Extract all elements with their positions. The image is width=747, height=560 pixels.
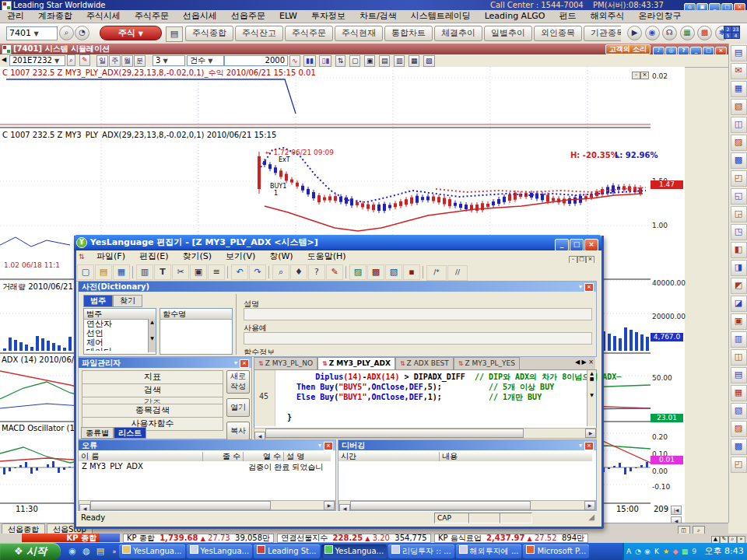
window-tab[interactable]: 선옵종합	[2, 523, 45, 534]
stop-icon[interactable]: ▪	[403, 264, 420, 280]
file-manager-tab[interactable]: 리스트	[114, 427, 146, 439]
start-button[interactable]: ❖ 시작	[0, 543, 61, 560]
tray-app2-icon[interactable]: K	[652, 543, 661, 560]
menu-item[interactable]: 주식주문	[128, 10, 176, 23]
column-header[interactable]: 설 명	[284, 452, 331, 461]
tray-app4-icon[interactable]: ◆	[671, 543, 680, 560]
toolbar-button[interactable]: 주식현재	[335, 26, 383, 41]
doc-paste-icon[interactable]: ▥	[394, 55, 405, 67]
function-list-header[interactable]: 함수명	[160, 309, 232, 320]
dock-tool-icon[interactable]: ◫	[731, 117, 747, 133]
task-button[interactable]: 해외투자에 ...	[456, 544, 522, 558]
editor-menu-item[interactable]: 도움말(H)	[300, 250, 353, 263]
new-script-button[interactable]: 새로작성	[226, 370, 250, 394]
menu-item[interactable]: 온라인창구	[631, 10, 688, 23]
menu-item[interactable]: 관리	[0, 10, 31, 23]
count-input[interactable]: 2000	[224, 55, 288, 66]
ticker-item[interactable]: 연결선물지수 228.25 ▲ 3.20 354,775	[277, 534, 430, 543]
task-button[interactable]: 리딩투자 :: ...	[388, 544, 454, 558]
dock-tool-icon[interactable]: ▧	[731, 99, 747, 115]
editor-tab[interactable]: Z MY3_PL_NO	[254, 357, 317, 369]
history-icon[interactable]: ◔	[75, 26, 89, 40]
toolbar-button[interactable]: 체결추이	[434, 26, 482, 41]
print-icon[interactable]: ▥	[136, 264, 153, 280]
function-list[interactable]: 함수명	[160, 308, 233, 355]
task-button[interactable]: YesLangua...	[187, 544, 253, 558]
compile-icon[interactable]: ▩	[367, 264, 384, 280]
cut-icon[interactable]: ✂	[172, 264, 189, 280]
open-script-button[interactable]: 열기	[226, 398, 250, 417]
copy-script-button[interactable]: 복사	[226, 422, 250, 440]
dock-tool-icon[interactable]: ◪	[731, 296, 747, 312]
copy-icon[interactable]: ▣	[190, 264, 207, 280]
dock-tool-icon[interactable]: ▩	[731, 152, 747, 169]
doc-copy-icon[interactable]: ▤	[379, 55, 391, 67]
redo-icon[interactable]: ↷	[249, 264, 266, 280]
globe-icon[interactable]: ◉	[645, 26, 660, 40]
period-button[interactable]: 월	[121, 55, 133, 67]
count-select[interactable]: 건수 ▼	[187, 55, 224, 66]
panel-pin-icon[interactable]: ▾	[318, 440, 321, 450]
period-button[interactable]: 주	[109, 55, 121, 67]
menu-item[interactable]: Leading ALGO	[478, 10, 552, 23]
editor-tab[interactable]: Z MY3_PL_YES	[454, 357, 520, 369]
help-icon[interactable]: ?	[308, 264, 325, 280]
panel-close-icon[interactable]: ×	[584, 282, 594, 292]
menu-item[interactable]: 주식시세	[79, 10, 128, 23]
toolbar-button[interactable]: 통합차트	[384, 26, 433, 41]
dock-tool-icon[interactable]: ◱	[731, 188, 747, 205]
column-header[interactable]: 열 수	[244, 452, 284, 461]
symbol-input[interactable]: 201E7232 ▼	[9, 55, 65, 66]
editor-tab[interactable]: Z ADX BEST	[395, 357, 454, 369]
column-header[interactable]: 시간	[338, 452, 440, 461]
play-icon[interactable]: ▶	[627, 26, 642, 40]
file-category[interactable]: 강조	[82, 397, 223, 404]
browser-icon[interactable]: ◍	[80, 545, 93, 558]
errors-hscrollbar[interactable]: ◀▶	[79, 500, 335, 510]
dock-tool-icon[interactable]: ▩	[731, 439, 747, 455]
file-manager-tab[interactable]: 종류별	[81, 427, 114, 439]
tab-close-icon[interactable]: ×	[588, 359, 594, 366]
block-comment-icon[interactable]: /*	[426, 265, 447, 281]
ie-icon[interactable]: ◉	[66, 545, 79, 558]
dock-tool-icon[interactable]: ◩	[731, 278, 747, 294]
search-icon[interactable]: ⌕	[59, 26, 74, 40]
menu-item[interactable]: 펀드	[552, 10, 583, 23]
symbol-recent-icon[interactable]: ✎	[79, 54, 90, 66]
screen-code-input[interactable]: 7401 ▼	[6, 26, 58, 40]
font-icon[interactable]: T	[154, 264, 171, 280]
run-icon[interactable]: ▧	[385, 264, 402, 280]
file-category[interactable]: 지표	[82, 370, 223, 384]
editor-menu-item[interactable]: 파일(F)	[89, 250, 132, 263]
find-icon[interactable]: ⌕	[272, 264, 289, 280]
dock-tool-icon[interactable]: ▨	[731, 421, 747, 437]
pane-minimize-icon[interactable]: –	[632, 72, 640, 79]
yeslanguage-editor-window[interactable]: Y YesLanguage 편집기 - [Z MY3_PLY_ADX <시스템>…	[74, 236, 604, 529]
menu-item[interactable]: ELW	[272, 10, 304, 23]
toolbar-button[interactable]: 외인종목	[534, 26, 582, 41]
doc-r-icon[interactable]: ▣	[364, 55, 376, 67]
new-window-icon[interactable]: ▤	[166, 26, 183, 42]
undo-icon[interactable]: ↶	[231, 264, 248, 280]
menu-item[interactable]: 해외주식	[583, 10, 631, 23]
chart-icon[interactable]: ▩	[697, 26, 712, 40]
menu-item[interactable]: 선옵주문	[224, 10, 272, 23]
error-row-desc[interactable]: 검증이 완료 되었습니	[248, 462, 332, 473]
task-button[interactable]: YesLangua...	[119, 544, 185, 558]
dictionary-tab[interactable]: 범주	[83, 295, 113, 307]
editor-menu-item[interactable]: 창(W)	[262, 250, 300, 263]
column-header[interactable]: 내용	[440, 452, 592, 461]
panel-pin-icon[interactable]: ▾	[234, 358, 237, 368]
editor-menu-item[interactable]: 편집(E)	[132, 250, 176, 263]
updown-icon[interactable]: ⇅	[335, 55, 346, 67]
menu-item[interactable]: 선옵시세	[176, 10, 224, 23]
dock-tool-icon[interactable]: ▦	[731, 81, 747, 97]
panel-pin-icon[interactable]: ▾	[579, 440, 582, 450]
bar-chart-icon[interactable]: ▮▮	[303, 55, 316, 67]
symbol-search-icon[interactable]: ⌕	[67, 54, 75, 66]
tray-ime-icon[interactable]: ◔	[633, 543, 643, 560]
file-category[interactable]: 종목검색	[82, 404, 223, 418]
category-item[interactable]: 데이터	[84, 348, 156, 351]
column-header[interactable]: 줄 수	[203, 452, 244, 461]
dock-tool-icon[interactable]: ▧	[731, 403, 747, 419]
